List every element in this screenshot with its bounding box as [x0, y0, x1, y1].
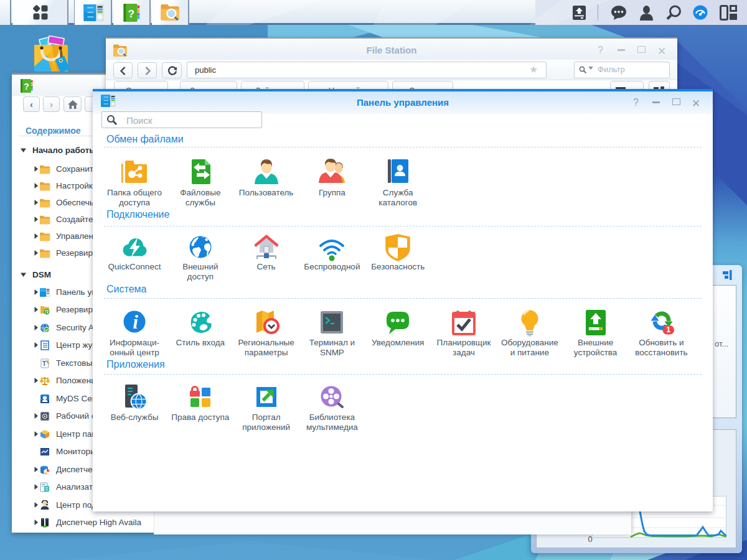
svg-text:i: i: [133, 311, 138, 333]
svg-text:?: ?: [128, 7, 134, 20]
svg-text:1: 1: [667, 325, 671, 334]
svg-text:T: T: [42, 360, 47, 367]
svg-text:?: ?: [24, 82, 29, 91]
